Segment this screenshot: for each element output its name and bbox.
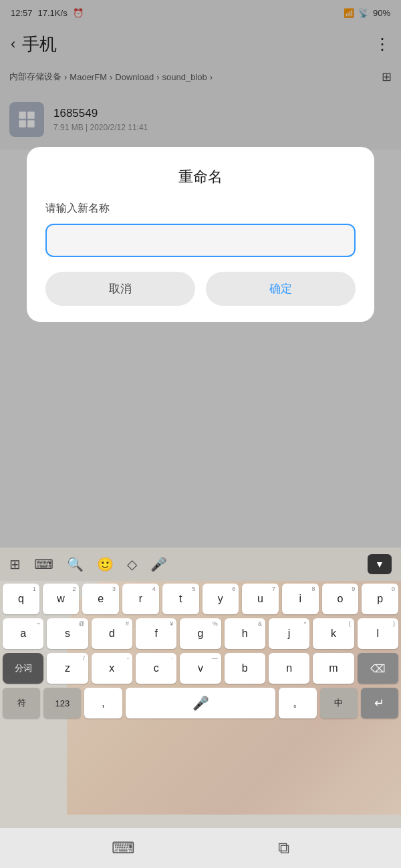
key-123[interactable]: 123 [43,688,81,718]
key-y[interactable]: 6y [203,584,239,614]
key-d[interactable]: #d [92,618,132,649]
keyboard-row-3: 分词 /z -x ·c —v b n m ⌫ [3,653,398,684]
keyboard-area: ⊞ ⌨ 🔍 🙂 ◇ 🎤 ▼ 1q 2w 3e 4r 5t 6y 7u 8i 9o… [0,548,401,828]
key-m[interactable]: m [313,653,354,684]
key-w[interactable]: 2w [43,584,80,614]
key-n[interactable]: n [269,653,309,684]
key-space[interactable]: 🎤 [126,688,276,718]
kb-mic-icon[interactable]: 🎤 [150,556,167,572]
key-s[interactable]: @s [47,618,88,649]
key-enter[interactable]: ↵ [361,688,398,718]
kb-grid-icon[interactable]: ⊞ [9,556,21,572]
key-b[interactable]: b [225,653,265,684]
bottom-clipboard-icon[interactable]: ⧉ [278,839,289,857]
key-f[interactable]: ¥f [136,618,176,649]
keyboard-row-4: 符 123 , 🎤 。 中 ↵ [3,688,398,718]
key-l[interactable]: )l [358,618,398,649]
key-i[interactable]: 8i [282,584,319,614]
keyboard-rows: 1q 2w 3e 4r 5t 6y 7u 8i 9o 0p ~a @s #d ¥… [0,581,401,725]
key-h[interactable]: &h [225,618,265,649]
key-z[interactable]: /z [47,653,88,684]
keyboard-row-2: ~a @s #d ¥f %g &h *j (k )l [3,618,398,649]
key-fu[interactable]: 符 [3,688,40,718]
dialog-label: 请输入新名称 [45,202,356,216]
rename-input[interactable] [45,224,356,257]
key-comma[interactable]: , [84,688,122,718]
bottom-bar: ⌨ ⧉ [0,828,401,868]
key-backspace[interactable]: ⌫ [358,653,398,684]
keyboard-row-1: 1q 2w 3e 4r 5t 6y 7u 8i 9o 0p [3,584,398,614]
kb-search-icon[interactable]: 🔍 [67,556,84,572]
key-fenci[interactable]: 分词 [3,653,43,684]
kb-emoji-icon[interactable]: 🙂 [97,556,114,572]
bottom-keyboard-icon[interactable]: ⌨ [112,839,135,857]
rename-dialog: 重命名 请输入新名称 取消 确定 [27,147,374,322]
key-j[interactable]: *j [269,618,309,649]
key-p[interactable]: 0p [362,584,398,614]
key-g[interactable]: %g [180,618,221,649]
keyboard-toolbar: ⊞ ⌨ 🔍 🙂 ◇ 🎤 ▼ [0,548,401,581]
key-q[interactable]: 1q [3,584,39,614]
key-c[interactable]: ·c [136,653,176,684]
key-a[interactable]: ~a [3,618,43,649]
dialog-title: 重命名 [45,167,356,187]
key-r[interactable]: 4r [122,584,159,614]
key-chinese[interactable]: 中 [320,688,358,718]
kb-clipboard-icon[interactable]: ◇ [127,556,137,572]
key-u[interactable]: 7u [242,584,279,614]
cancel-button[interactable]: 取消 [45,272,195,306]
key-e[interactable]: 3e [82,584,119,614]
keyboard-hide-button[interactable]: ▼ [368,554,392,574]
keyboard-toolbar-icons: ⊞ ⌨ 🔍 🙂 ◇ 🎤 [9,556,167,572]
kb-keyboard-icon[interactable]: ⌨ [34,556,53,572]
dialog-buttons: 取消 确定 [45,272,356,306]
key-o[interactable]: 9o [322,584,359,614]
key-t[interactable]: 5t [162,584,199,614]
key-period[interactable]: 。 [279,688,316,718]
key-v[interactable]: —v [180,653,221,684]
key-k[interactable]: (k [313,618,354,649]
key-x[interactable]: -x [92,653,132,684]
confirm-button[interactable]: 确定 [206,272,356,306]
